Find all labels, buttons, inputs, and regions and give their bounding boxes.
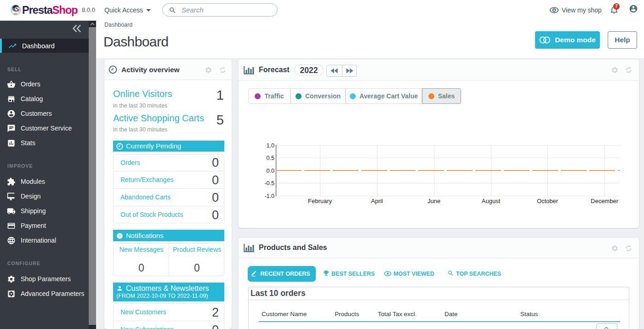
- svg-text:-1.0: -1.0: [264, 193, 274, 199]
- svg-text:-0.5: -0.5: [264, 180, 274, 187]
- svg-text:February: February: [308, 198, 332, 204]
- svg-text:0.5: 0.5: [267, 155, 274, 161]
- svg-text:1.0: 1.0: [267, 142, 274, 149]
- svg-text:December: December: [591, 198, 619, 204]
- svg-text:June: June: [427, 198, 440, 204]
- svg-text:August: August: [482, 198, 501, 204]
- svg-text:October: October: [537, 198, 559, 204]
- svg-text:0.0: 0.0: [267, 168, 274, 174]
- svg-text:April: April: [371, 198, 383, 204]
